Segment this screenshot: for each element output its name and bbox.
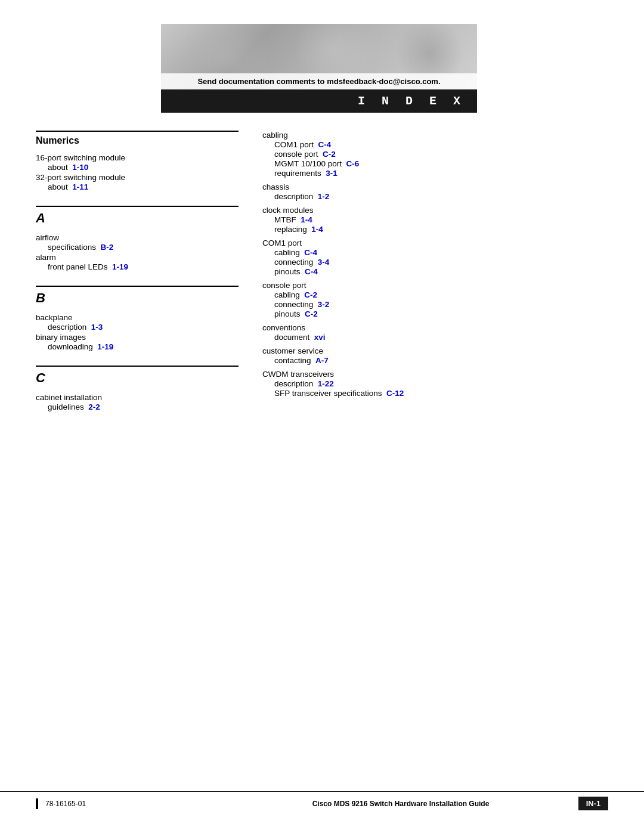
entry-cabling-com1: COM1 port C-4 [262,140,608,149]
link-c-4-com1[interactable]: C-4 [304,248,317,257]
right-column: cabling COM1 port C-4 console port C-2 M… [262,131,608,413]
link-c-2-pinouts[interactable]: C-2 [305,309,318,318]
link-b-2[interactable]: B-2 [101,243,114,252]
entry-alarm-leds: front panel LEDs 1-19 [36,262,239,271]
entry-cwdm-sfp: SFP transceiver specifications C-12 [262,389,608,398]
link-c-12[interactable]: C-12 [386,389,404,398]
left-column: Numerics 16-port switching module about … [36,131,239,413]
entry-conventions-main: conventions [262,323,608,332]
entry-cabinet: cabinet installation guidelines 2-2 [36,393,239,411]
link-c-4-pinouts[interactable]: C-4 [305,267,318,276]
index-label: I N D E X [161,89,477,113]
entry-32port-about: about 1-11 [36,182,239,191]
entry-com1-connecting: connecting 3-4 [262,258,608,267]
numerics-section-header: Numerics [36,131,239,146]
link-3-2[interactable]: 3-2 [318,300,330,309]
entry-conventions-doc: document xvi [262,333,608,342]
footer-bar-decoration [36,798,38,809]
link-a-7[interactable]: A-7 [315,356,329,365]
entry-cabling: cabling COM1 port C-4 console port C-2 M… [262,131,608,178]
entry-chassis-desc: description 1-2 [262,192,608,201]
entry-com1-pinouts: pinouts C-4 [262,267,608,276]
entry-cwdm-desc: description 1-22 [262,379,608,388]
a-section-header: A [36,206,239,226]
entry-cabinet-main: cabinet installation [36,393,239,402]
c-section-header: C [36,366,239,386]
entry-cabling-req: requirements 3-1 [262,169,608,178]
entry-chassis-main: chassis [262,182,608,191]
link-3-1-cabling[interactable]: 3-1 [326,169,338,178]
link-1-19-binary[interactable]: 1-19 [97,342,113,351]
entry-binary-main: binary images [36,333,239,342]
footer-guide-title: Cisco MDS 9216 Switch Hardware Installat… [223,800,578,808]
entry-cabling-mgmt: MGMT 10/100 port C-6 [262,159,608,168]
link-1-4-mtbf[interactable]: 1-4 [301,215,312,224]
footer-doc-number: 78-16165-01 [45,800,223,808]
entry-cabling-main: cabling [262,131,608,140]
entry-32port: 32-port switching module about 1-11 [36,173,239,191]
link-c-4-cabling-com1[interactable]: C-4 [318,140,332,149]
entry-console-cabling: cabling C-2 [262,290,608,299]
link-1-22[interactable]: 1-22 [318,379,334,388]
entry-16port-main: 16-port switching module [36,153,239,162]
link-1-4-replacing[interactable]: 1-4 [311,225,323,234]
entry-com1-main: COM1 port [262,239,608,247]
entry-console-connecting: connecting 3-2 [262,300,608,309]
a-title: A [36,210,45,225]
entry-cwdm: CWDM transceivers description 1-22 SFP t… [262,370,608,398]
link-c-2-cabling-console[interactable]: C-2 [323,150,336,159]
entry-customer-service-contact: contacting A-7 [262,356,608,365]
entry-com1: COM1 port cabling C-4 connecting 3-4 pin… [262,239,608,276]
link-1-3[interactable]: 1-3 [91,323,103,332]
entry-airflow-main: airflow [36,233,239,242]
link-1-10[interactable]: 1-10 [72,163,88,172]
footer-page-number: IN-1 [578,797,608,810]
link-1-19-alarm[interactable]: 1-19 [112,262,128,271]
link-2-2[interactable]: 2-2 [88,402,100,411]
entry-console: console port cabling C-2 connecting 3-2 … [262,281,608,318]
numerics-title: Numerics [36,135,79,145]
b-section-header: B [36,286,239,306]
entry-airflow: airflow specifications B-2 [36,233,239,252]
entry-clock-mtbf: MTBF 1-4 [262,215,608,224]
entry-16port-about: about 1-10 [36,163,239,172]
b-title: B [36,290,45,305]
footer: 78-16165-01 Cisco MDS 9216 Switch Hardwa… [0,791,644,815]
entry-alarm: alarm front panel LEDs 1-19 [36,253,239,271]
link-1-11[interactable]: 1-11 [72,182,88,191]
entry-backplane-main: backplane [36,313,239,322]
entry-com1-cabling: cabling C-4 [262,248,608,257]
entry-console-pinouts: pinouts C-2 [262,309,608,318]
link-xvi[interactable]: xvi [314,333,326,342]
link-3-4[interactable]: 3-4 [318,258,330,267]
entry-clock: clock modules MTBF 1-4 replacing 1-4 [262,206,608,234]
entry-clock-replacing: replacing 1-4 [262,225,608,234]
link-c-6[interactable]: C-6 [346,159,360,168]
entry-customer-service: customer service contacting A-7 [262,346,608,365]
feedback-text: Send documentation comments to mdsfeedba… [161,73,477,89]
entry-console-main: console port [262,281,608,290]
entry-backplane-desc: description 1-3 [36,323,239,332]
main-content: Numerics 16-port switching module about … [0,131,644,413]
c-title: C [36,370,45,385]
link-1-2[interactable]: 1-2 [318,192,330,201]
entry-clock-main: clock modules [262,206,608,215]
link-c-2-console[interactable]: C-2 [304,290,317,299]
entry-cabinet-guide: guidelines 2-2 [36,402,239,411]
entry-binary-download: downloading 1-19 [36,342,239,351]
entry-conventions: conventions document xvi [262,323,608,342]
entry-airflow-spec: specifications B-2 [36,243,239,252]
entry-alarm-main: alarm [36,253,239,262]
entry-cwdm-main: CWDM transceivers [262,370,608,379]
entry-customer-service-main: customer service [262,346,608,355]
entry-backplane: backplane description 1-3 [36,313,239,332]
header-banner: Send documentation comments to mdsfeedba… [161,24,477,89]
entry-binary: binary images downloading 1-19 [36,333,239,351]
entry-chassis: chassis description 1-2 [262,182,608,201]
entry-16port: 16-port switching module about 1-10 [36,153,239,172]
entry-cabling-console: console port C-2 [262,150,608,159]
entry-32port-main: 32-port switching module [36,173,239,182]
